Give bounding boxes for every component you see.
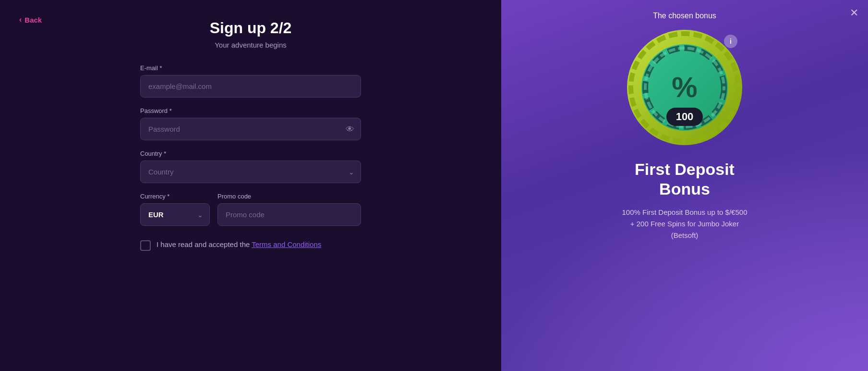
currency-label: Currency * [140,193,210,200]
password-input[interactable] [140,118,361,140]
eye-icon[interactable]: 👁 [346,124,354,134]
currency-field-group: Currency * EUR USD ⌄ [140,193,210,226]
left-panel: ‹ Back Sign up 2/2 Your adventure begins… [0,0,501,371]
form-container: Sign up 2/2 Your adventure begins E-mail… [140,19,361,251]
page-title: Sign up 2/2 [210,19,292,37]
password-label: Password * [140,107,361,114]
hundred-badge: 100 [666,108,703,126]
promo-input[interactable] [217,203,361,226]
promo-label: Promo code [217,193,361,200]
terms-row: I have read and accepted the Terms and C… [140,239,361,251]
right-panel: ✕ The chosen bonus % 100 i First Deposit… [501,0,868,371]
bonus-circle-container: % 100 i [627,30,742,145]
password-field-group: Password * 👁 [140,107,361,140]
country-label: Country * [140,150,361,157]
back-arrow-icon: ‹ [19,15,22,24]
bonus-circle-outer: % 100 [627,30,742,145]
currency-select[interactable]: EUR USD [140,203,210,226]
terms-text: I have read and accepted the Terms and C… [157,239,321,250]
country-select-wrapper: Country ⌄ [140,161,361,183]
terms-text-before: I have read and accepted the [157,240,252,248]
bonus-description: 100% First Deposit Bonus up to $/€500 + … [622,207,747,241]
back-button[interactable]: ‹ Back [19,15,42,24]
email-input[interactable] [140,75,361,98]
info-badge[interactable]: i [724,35,737,48]
bonus-title-line1: First Deposit [635,160,735,178]
password-wrapper: 👁 [140,118,361,140]
currency-promo-row: Currency * EUR USD ⌄ Promo code [140,193,361,226]
country-select[interactable]: Country [140,161,361,183]
page-subtitle: Your adventure begins [215,41,287,49]
bonus-title: First Deposit Bonus [635,160,735,199]
close-button[interactable]: ✕ [850,7,858,19]
country-field-group: Country * Country ⌄ [140,150,361,183]
back-label: Back [24,16,42,24]
currency-select-wrapper: EUR USD ⌄ [140,203,210,226]
terms-checkbox[interactable] [140,240,151,251]
promo-field-group: Promo code [217,193,361,226]
panel-title: The chosen bonus [653,12,716,20]
terms-link[interactable]: Terms and Conditions [252,240,321,248]
email-field-group: E-mail * [140,64,361,98]
bonus-title-line2: Bonus [659,180,710,198]
bonus-circle-inner: % 100 [641,44,728,131]
email-label: E-mail * [140,64,361,72]
